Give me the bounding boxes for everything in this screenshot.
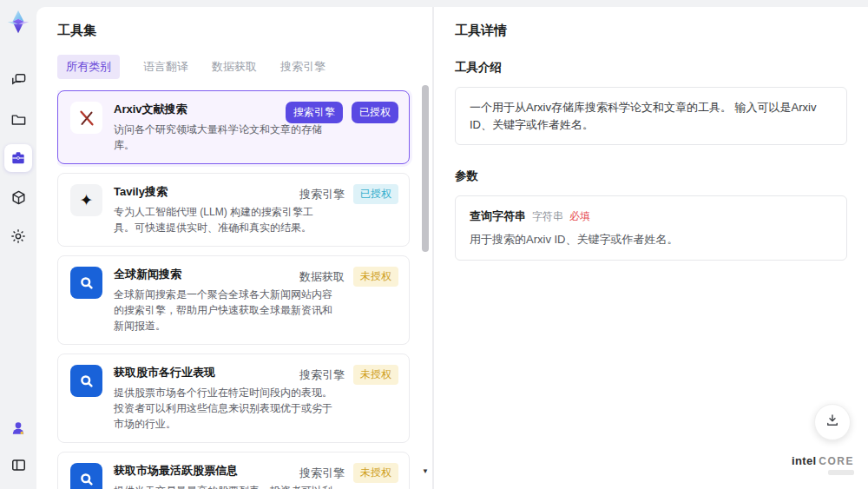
- search-magnifier-icon: [70, 463, 102, 489]
- param-item: 查询字符串 字符串 必填 用于搜索的Arxiv ID、关键字或作者姓名。: [455, 195, 847, 261]
- toolbox-icon: [10, 149, 27, 167]
- search-magnifier-icon: [70, 267, 102, 299]
- tab-language-translation[interactable]: 语言翻译: [143, 59, 188, 75]
- nav-toolbox[interactable]: [4, 144, 32, 172]
- user-profile[interactable]: [4, 414, 32, 442]
- intel-core-logo: intel CORE: [792, 454, 854, 475]
- category-label: 搜索引擎: [299, 187, 345, 202]
- tool-card-global-news[interactable]: 全球新闻搜索 全球新闻搜索是一个聚合全球各大新闻网站内容的搜索引擎，帮助用户快速…: [57, 255, 410, 345]
- tool-card-most-active-stocks[interactable]: 获取市场最活跃股票信息 提供当天交易量最高的股票列表，投资者可以利用这些信息来识…: [57, 452, 410, 489]
- brand-core-text: CORE: [819, 455, 854, 467]
- chat-icon: [10, 72, 27, 89]
- params-heading: 参数: [455, 169, 847, 184]
- category-label: 搜索引擎: [299, 367, 345, 383]
- tool-description: 全球新闻搜索是一个聚合全球各大新闻网站内容的搜索引擎，帮助用户快速获取全球最新资…: [114, 287, 333, 334]
- tool-detail-panel: 工具详情 工具介绍 一个用于从Arxiv存储库搜索科学论文和文章的工具。 输入可…: [434, 7, 868, 489]
- tab-search-engine[interactable]: 搜索引擎: [280, 59, 326, 75]
- category-label: 数据获取: [299, 269, 345, 285]
- gear-icon: [10, 228, 27, 245]
- nav-plugins[interactable]: [4, 183, 32, 211]
- collapse-sidebar[interactable]: [4, 451, 32, 479]
- category-tabs: 所有类别 语言翻译 数据获取 搜索引擎: [57, 55, 432, 79]
- scrollbar-thumb[interactable]: [422, 85, 429, 252]
- auth-status-badge: 已授权: [353, 184, 398, 204]
- intro-text-box: 一个用于从Arxiv存储库搜索科学论文和文章的工具。 输入可以是Arxiv ID…: [455, 87, 847, 145]
- tool-cards-list: Arxiv文献搜索 访问各个研究领域大量科学论文和文章的存储库。 搜索引擎 已授…: [57, 90, 432, 489]
- auth-status-badge: 未授权: [353, 463, 398, 483]
- param-type: 字符串: [532, 209, 563, 224]
- left-rail: [0, 0, 36, 489]
- download-icon: [825, 413, 840, 432]
- auth-status-badge: 未授权: [353, 267, 398, 287]
- tavily-star-icon: ✦: [70, 184, 102, 216]
- nav-settings[interactable]: [4, 222, 32, 250]
- auth-status-badge: 已授权: [352, 102, 398, 123]
- scroll-down-arrow-icon[interactable]: ▼: [422, 468, 429, 475]
- list-scrollbar[interactable]: [422, 82, 429, 468]
- rail-bottom: [4, 414, 32, 479]
- folder-icon: [10, 111, 27, 128]
- tool-description: 访问各个研究领域大量科学论文和文章的存储库。: [114, 122, 333, 153]
- app-logo-gem-icon: [5, 9, 31, 35]
- nav-chat[interactable]: [4, 66, 32, 94]
- auth-status-badge: 未授权: [353, 365, 398, 385]
- tab-data-fetch[interactable]: 数据获取: [212, 59, 257, 75]
- param-description: 用于搜索的Arxiv ID、关键字或作者姓名。: [470, 232, 832, 248]
- tool-description: 提供股票市场各个行业在特定时间段内的表现。投资者可以利用这些信息来识别表现优于或…: [114, 385, 333, 432]
- category-badge: 搜索引擎: [286, 102, 343, 123]
- tool-card-sector-performance[interactable]: 获取股市各行业表现 提供股票市场各个行业在特定时间段内的表现。投资者可以利用这些…: [57, 354, 410, 443]
- cube-icon: [10, 189, 27, 206]
- tool-card-tavily[interactable]: ✦ Tavily搜索 专为人工智能代理 (LLM) 构建的搜索引擎工具。可快速提…: [57, 173, 410, 247]
- user-icon: [10, 420, 27, 437]
- page-title: 工具集: [57, 23, 432, 39]
- nav-files[interactable]: [4, 105, 32, 133]
- intro-heading: 工具介绍: [455, 60, 847, 76]
- tool-description: 提供当天交易量最高的股票列表，投资者可以利用这些信息来识别流动性强的股票和潜在的…: [114, 483, 333, 489]
- tool-list-panel: 工具集 所有类别 语言翻译 数据获取 搜索引擎 Arxiv文献搜索 访问各个研究…: [36, 7, 434, 489]
- param-required-flag: 必填: [569, 209, 590, 224]
- category-label: 搜索引擎: [299, 466, 345, 481]
- tab-all-categories[interactable]: 所有类别: [57, 55, 120, 79]
- detail-title: 工具详情: [455, 23, 847, 39]
- param-name: 查询字符串: [470, 208, 526, 224]
- rail-nav: [4, 66, 32, 250]
- tool-description: 专为人工智能代理 (LLM) 构建的搜索引擎工具。可快速提供实时、准确和真实的结…: [114, 204, 333, 235]
- brand-intel-text: intel: [792, 454, 816, 467]
- brand-subtext-bar: [828, 470, 854, 475]
- search-magnifier-icon: [70, 365, 102, 397]
- arxiv-logo-icon: [70, 102, 102, 134]
- download-button[interactable]: [814, 404, 851, 440]
- tool-card-arxiv[interactable]: Arxiv文献搜索 访问各个研究领域大量科学论文和文章的存储库。 搜索引擎 已授…: [57, 90, 410, 164]
- panel-toggle-icon: [10, 457, 27, 473]
